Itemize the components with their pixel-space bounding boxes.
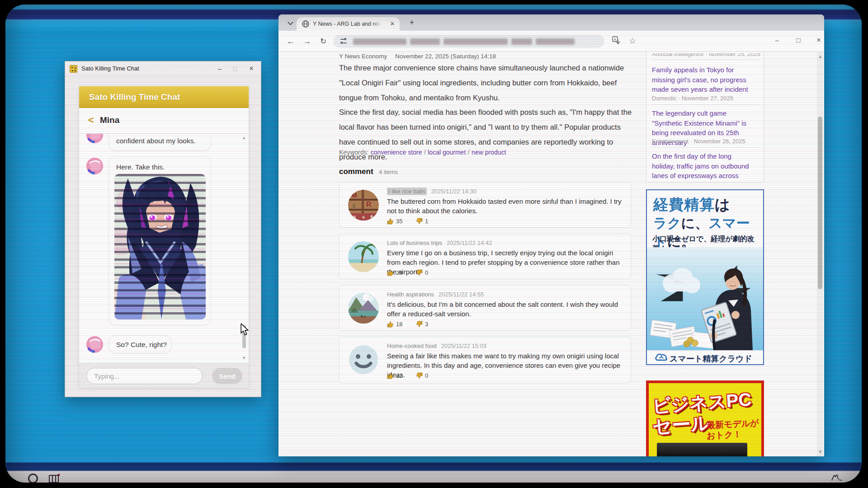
avatar-bookshelf: MRE	[348, 190, 379, 221]
chat-input-bar: Send	[79, 363, 249, 388]
svg-text:A: A	[613, 38, 616, 42]
chat-minimize-icon[interactable]: –	[213, 64, 226, 74]
scroll-down-icon[interactable]: ▼	[242, 356, 246, 360]
thumb-up-icon	[387, 269, 394, 276]
comment-votes: 35 1	[387, 218, 440, 226]
comment-text: The buttered corn from Hokkaido tasted e…	[387, 197, 622, 216]
blurred-url-segment	[353, 38, 406, 45]
thumb-down-icon	[416, 372, 423, 379]
back-chevron-icon[interactable]: <	[88, 114, 94, 126]
chat-message-list[interactable]: confident about my looks. Here. Take thi…	[79, 134, 249, 363]
browser-tab[interactable]: Y News - ARG Lab and related ✕	[297, 17, 400, 31]
like-button[interactable]: 35	[387, 218, 402, 225]
cloud-logo-icon	[654, 352, 668, 362]
avatar-mountain-lake	[348, 293, 379, 324]
window-minimize-icon[interactable]: –	[769, 34, 785, 46]
chat-photo-anime-girl[interactable]	[114, 174, 206, 319]
ad-sub-line2: おトク！	[706, 428, 742, 442]
comment-time: 2025/11/22 15:03	[441, 343, 486, 349]
comment-votes: 22 0	[387, 372, 440, 380]
dislike-button[interactable]: 0	[416, 269, 428, 276]
chat-contact-name: Mina	[100, 115, 119, 125]
keyword-link[interactable]: new product	[472, 149, 506, 156]
address-bar[interactable]	[333, 35, 604, 48]
browser-window: Y News - ARG Lab and related ✕ + ← → ↻	[278, 14, 824, 456]
related-news-meta: Entertainment · November 26, 2025	[652, 138, 745, 145]
keyword-link[interactable]: local gourmet	[428, 149, 466, 156]
related-news-link[interactable]: On the first day of the long holiday, tr…	[652, 151, 756, 183]
chat-titlebar[interactable]: Sato Killing Time Chat – □ ×	[65, 61, 261, 76]
glitch-overlay	[114, 174, 206, 319]
chat-message-text: Here. Take this.	[116, 163, 165, 171]
back-icon[interactable]: ←	[285, 36, 297, 47]
thumb-up-icon	[387, 321, 394, 328]
related-news-item-partial: Artificial intelligence · November 25, 2…	[652, 53, 760, 57]
page-scrollbar-thumb[interactable]	[818, 117, 822, 289]
svg-text:M: M	[352, 192, 357, 199]
avatar-smiley	[348, 344, 379, 375]
avatar	[86, 158, 103, 174]
blurred-url-segment	[536, 38, 575, 45]
tab-close-icon[interactable]: ✕	[389, 20, 396, 28]
dislike-button[interactable]: 3	[416, 321, 428, 328]
taskbar-pen-scribble-icon	[831, 474, 844, 482]
chat-message-input[interactable]	[86, 368, 203, 384]
translate-icon[interactable]: A	[611, 36, 621, 46]
chat-bubble: Here. Take this.	[108, 156, 211, 325]
globe-icon	[302, 20, 309, 28]
scroll-up-icon[interactable]: ▲	[818, 54, 822, 59]
ad-business-pc-sale[interactable]: ビジネスPC セール 最新モデルが おトク！	[646, 380, 764, 456]
dislike-button[interactable]: 0	[416, 372, 428, 379]
comment-user-row: Health aspirations2025/11/22 14:55	[387, 291, 484, 298]
chat-maximize-icon[interactable]: □	[228, 64, 242, 74]
new-tab-icon[interactable]: +	[407, 18, 417, 28]
keywords-label: Keywords:	[339, 149, 368, 156]
window-close-icon[interactable]: ×	[811, 34, 826, 46]
chat-window-title: Sato Killing Time Chat	[81, 65, 139, 72]
chat-nav: < Mina	[79, 108, 249, 134]
divider	[651, 147, 759, 148]
like-button[interactable]: 29	[387, 269, 402, 276]
taskbar-search-icon[interactable]	[28, 474, 38, 483]
like-button[interactable]: 18	[387, 321, 402, 328]
comment-username: I like rice balls	[387, 188, 427, 195]
comment-time: 2025/11/22 14:42	[447, 239, 492, 246]
send-button[interactable]: Send	[212, 368, 242, 384]
related-news-meta: Domestic · November 27, 2025	[652, 95, 733, 102]
thumb-down-icon	[416, 269, 423, 276]
thumb-down-icon	[416, 218, 423, 225]
related-news-panel: Artificial intelligence · November 25, 2…	[646, 52, 764, 183]
chat-close-icon[interactable]: ×	[245, 64, 258, 74]
bookmark-star-icon[interactable]: ☆	[627, 36, 637, 46]
comment-user-row: I like rice balls2025/11/22 14:30	[387, 188, 476, 195]
chat-message-text: So? Cute, right?	[116, 341, 167, 349]
page-scrollbar[interactable]: ▲ ▼	[817, 52, 823, 456]
reload-icon[interactable]: ↻	[317, 36, 329, 47]
scroll-down-icon[interactable]: ▼	[818, 450, 822, 454]
svg-text:E: E	[353, 203, 356, 209]
article-paragraph: The three major convenience store chains…	[339, 61, 633, 105]
comment-card: Home-cooked food2025/11/22 15:03 Seeing …	[339, 337, 631, 384]
keyword-separator: /	[468, 149, 470, 156]
scroll-up-icon[interactable]: ▲	[242, 136, 246, 140]
forward-icon[interactable]: →	[301, 36, 313, 47]
related-news-link[interactable]: Family appeals in Tokyo for missing girl…	[652, 65, 756, 94]
monitor-frame: Sato Killing Time Chat – □ × Sato Killin…	[0, 0, 868, 488]
dislike-button[interactable]: 1	[416, 218, 428, 225]
site-settings-icon[interactable]	[340, 38, 347, 44]
taskbar-taskview-icon[interactable]	[49, 475, 59, 483]
keyword-link[interactable]: convenience store	[371, 149, 422, 156]
tab-search-chevron-icon[interactable]	[288, 19, 293, 25]
comment-username: Home-cooked food	[387, 343, 437, 349]
chat-bubble: So? Cute, right?	[108, 335, 172, 353]
page-content: Y News Economy November 22, 2025 (Saturd…	[278, 52, 824, 456]
blurred-url-segment	[410, 38, 440, 45]
like-button[interactable]: 22	[387, 372, 402, 379]
window-maximize-icon[interactable]: □	[791, 34, 806, 46]
tab-strip: Y News - ARG Lab and related ✕ +	[278, 14, 824, 31]
comment-card: MRE I like rice balls2025/11/22 14:30 Th…	[339, 182, 631, 228]
article-source: Y News Economy	[339, 53, 387, 60]
article-meta: Y News Economy November 22, 2025 (Saturd…	[339, 53, 496, 60]
ad-expense-cloud[interactable]: 経費精算は ラクに、スマートに。 小口現金ゼロで、経理が劇的改善！	[646, 189, 764, 365]
comments-count: 4 items	[379, 169, 398, 175]
